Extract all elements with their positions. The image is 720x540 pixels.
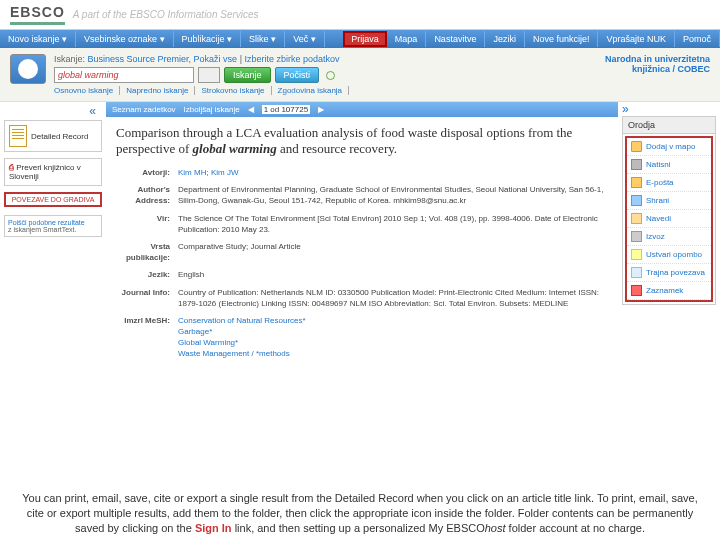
tool-link[interactable]: Trajna povezava	[627, 264, 711, 282]
search-input[interactable]	[54, 67, 194, 83]
address-value: Department of Environmental Planning, Gr…	[178, 184, 608, 206]
authors-value: Kim MH; Kim JW	[178, 167, 608, 178]
search-sublinks: Osnovno iskanjeNapredno iskanjeStrokovno…	[54, 86, 582, 95]
tools-header: Orodja	[623, 117, 715, 134]
sublink[interactable]: Napredno iskanje	[126, 86, 195, 95]
document-icon	[9, 125, 27, 147]
mesh-label: Imzrl MeSH:	[116, 315, 178, 360]
tagline: A part of the EBSCO Information Services	[73, 9, 259, 20]
nav-vpra-ajte-nuk[interactable]: Vprašajte NUK	[598, 31, 675, 47]
detailed-record-label: Detailed Record	[31, 132, 88, 141]
refine-search-link[interactable]: Izboljšaj iskanje	[184, 105, 240, 114]
cite-icon	[631, 213, 642, 224]
sublink[interactable]: Zgodovina iskanja	[278, 86, 349, 95]
detailed-record-box[interactable]: Detailed Record	[4, 120, 102, 152]
search-area: Iskanje: Business Source Premier, Pokaži…	[0, 48, 720, 102]
tool-label: Shrani	[646, 196, 669, 205]
nav-vsebinske-oznake[interactable]: Vsebinske oznake ▾	[76, 31, 174, 47]
folder-icon	[631, 141, 642, 152]
clear-button[interactable]: Počisti	[275, 67, 320, 83]
tool-mail[interactable]: E-pošta	[627, 174, 711, 192]
address-label: Author's Address:	[116, 184, 178, 206]
nav-slike[interactable]: Slike ▾	[241, 31, 285, 47]
tools-panel: Orodja Dodaj v mapoNatisniE-poštaShraniN…	[622, 116, 716, 305]
nav-publikacije[interactable]: Publikacije ▾	[174, 31, 242, 47]
nav-mapa[interactable]: Mapa	[387, 31, 427, 47]
similar-results-box[interactable]: Poišči podobne rezultate z iskanjem Smar…	[4, 215, 102, 237]
tool-export[interactable]: Izvoz	[627, 228, 711, 246]
check-library-box[interactable]: ⎙ Preveri knjižnico v Sloveniji	[4, 158, 102, 186]
nav-več[interactable]: Več ▾	[285, 31, 325, 47]
pubtype-value: Comparative Study; Journal Article	[178, 241, 608, 263]
tool-save[interactable]: Shrani	[627, 192, 711, 210]
next-record-arrow[interactable]: »	[622, 102, 716, 116]
tool-label: Izvoz	[646, 232, 665, 241]
search-button[interactable]: Iskanje	[224, 67, 271, 83]
nav-novo-iskanje[interactable]: Novo iskanje ▾	[0, 31, 76, 47]
tool-label: Natisni	[646, 160, 670, 169]
lang-label: Jezik:	[116, 269, 178, 280]
article-title: Comparison through a LCA evaluation anal…	[116, 125, 608, 157]
next-page-arrow[interactable]: ▶	[318, 105, 324, 114]
tool-note[interactable]: Ustvari opombo	[627, 246, 711, 264]
show-all-link[interactable]: Pokaži vse	[194, 54, 238, 64]
ebsco-host-badge	[10, 54, 46, 84]
sublink[interactable]: Osnovno iskanje	[54, 86, 120, 95]
search-source-line: Iskanje: Business Source Premier, Pokaži…	[54, 54, 582, 64]
pubtype-label: Vrsta publikacije:	[116, 241, 178, 263]
mesh-link[interactable]: Waste Management / *methods	[178, 349, 290, 358]
tool-label: Dodaj v mapo	[646, 142, 695, 151]
nav-prijava[interactable]: Prijava	[343, 31, 387, 47]
check-library-label: Preveri knjižnico v Sloveniji	[9, 163, 81, 181]
mail-icon	[631, 177, 642, 188]
authors-label: Avtorji:	[116, 167, 178, 178]
bm-icon	[631, 285, 642, 296]
author-link[interactable]: Kim JW	[211, 168, 239, 177]
journal-label: Journal Info:	[116, 287, 178, 309]
print-icon	[631, 159, 642, 170]
logo-bar: EBSCO A part of the EBSCO Information Se…	[0, 0, 720, 30]
library-name: Narodna in univerzitetna knjižnica / COB…	[590, 54, 710, 95]
reset-icon[interactable]	[326, 71, 335, 80]
mesh-link[interactable]: Garbage*	[178, 327, 212, 336]
source-label: Vir:	[116, 213, 178, 235]
prev-record-arrow[interactable]: «	[4, 102, 102, 120]
mesh-value: Conservation of Natural Resources*Garbag…	[178, 315, 608, 360]
link-icon	[631, 267, 642, 278]
sublink[interactable]: Strokovno iskanje	[201, 86, 271, 95]
field-select[interactable]	[198, 67, 220, 83]
mesh-link[interactable]: Global Warming*	[178, 338, 238, 347]
db-link[interactable]: Business Source Premier	[88, 54, 189, 64]
export-icon	[631, 231, 642, 242]
top-nav: Novo iskanje ▾Vsebinske oznake ▾Publikac…	[0, 30, 720, 48]
result-list-link[interactable]: Seznam zadetkov	[112, 105, 176, 114]
prev-page-arrow[interactable]: ◀	[248, 105, 254, 114]
tool-folder[interactable]: Dodaj v mapo	[627, 138, 711, 156]
tool-label: Trajna povezava	[646, 268, 705, 277]
choose-db-link[interactable]: Izberite zbirke podatkov	[244, 54, 339, 64]
lang-value: English	[178, 269, 608, 280]
brand-logo: EBSCO	[10, 4, 65, 25]
tool-label: Zaznamek	[646, 286, 683, 295]
tool-print[interactable]: Natisni	[627, 156, 711, 174]
pdf-icon: ⎙	[9, 163, 14, 172]
instruction-caption: You can print, email, save, cite or expo…	[20, 491, 700, 536]
tool-bm[interactable]: Zaznamek	[627, 282, 711, 300]
tool-label: E-pošta	[646, 178, 674, 187]
tool-label: Ustvari opombo	[646, 250, 702, 259]
source-value: The Science Of The Total Environment [Sc…	[178, 213, 608, 235]
nav-nastavitve[interactable]: Nastavitve	[426, 31, 485, 47]
nav-pomo-[interactable]: Pomoč	[675, 31, 720, 47]
author-link[interactable]: Kim MH	[178, 168, 206, 177]
journal-value: Country of Publication: Netherlands NLM …	[178, 287, 608, 309]
nav-jeziki[interactable]: Jeziki	[485, 31, 525, 47]
note-icon	[631, 249, 642, 260]
record-nav-bar: Seznam zadetkov Izboljšaj iskanje ◀ 1 od…	[106, 102, 618, 117]
tool-cite[interactable]: Navedi	[627, 210, 711, 228]
nav-nove-funkcije-[interactable]: Nove funkcije!	[525, 31, 599, 47]
save-icon	[631, 195, 642, 206]
mesh-link[interactable]: Conservation of Natural Resources*	[178, 316, 306, 325]
tool-label: Navedi	[646, 214, 671, 223]
page-indicator: 1 od 107725	[262, 105, 311, 114]
linked-fulltext-box[interactable]: POVEZAVE DO GRADIVA	[4, 192, 102, 207]
